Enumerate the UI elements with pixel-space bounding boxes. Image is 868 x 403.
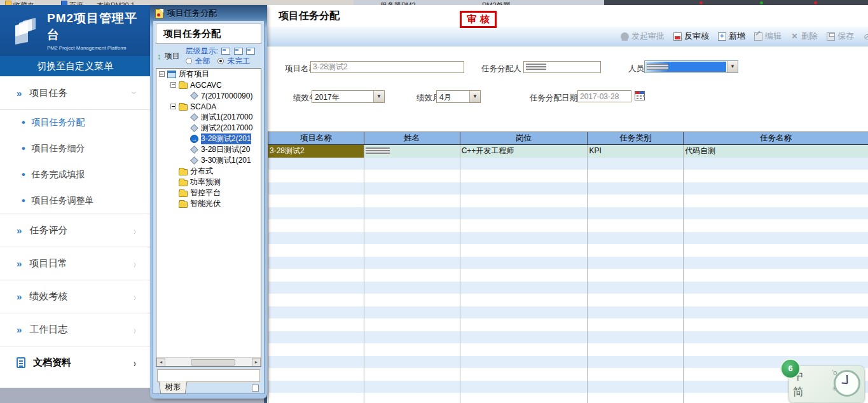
chevron-right-icon: ›	[134, 290, 136, 303]
assign-date-input[interactable]	[577, 90, 631, 102]
tree-item[interactable]: 测试2(2017000	[156, 123, 261, 133]
ime-badge[interactable]: 6	[780, 359, 801, 379]
sidebar-item-项目任务[interactable]: »项目任务›	[0, 76, 150, 109]
tab-tree-view[interactable]: 树形	[159, 381, 188, 393]
assigner-label: 任务分配人	[481, 64, 521, 74]
project-name-input[interactable]	[310, 61, 464, 73]
table-cell	[364, 356, 460, 369]
table-cell	[460, 356, 588, 369]
table-row-selected[interactable]: 3-28测试2C++开发工程师KPI代码自测	[268, 145, 868, 158]
bookmark-item[interactable]: 服务器PM2	[380, 1, 416, 5]
toolbar-button-反审核[interactable]: 反审核	[673, 31, 709, 42]
tree-item[interactable]: 智控平台	[156, 188, 261, 198]
table-row[interactable]	[268, 294, 868, 306]
table-row[interactable]	[268, 356, 868, 369]
tree-item[interactable]: →3-28测试2(201	[156, 133, 261, 144]
table-row[interactable]	[268, 282, 868, 294]
tree-item[interactable]: 智能光伏	[156, 198, 261, 209]
toolbar-button-编辑: 编辑	[754, 31, 782, 42]
scroll-thumb[interactable]	[191, 359, 235, 365]
tree-item[interactable]: 分布式	[156, 166, 261, 177]
level-view-icon-3[interactable]	[246, 48, 255, 55]
chevron-down-icon[interactable]: ▼	[727, 61, 738, 72]
calendar-icon[interactable]	[635, 91, 645, 100]
table-row[interactable]	[268, 170, 868, 182]
bookmark-item[interactable]: 百度	[61, 1, 83, 5]
double-chevron-icon: »	[17, 258, 22, 269]
tree-item[interactable]: SCADA	[156, 101, 261, 112]
bookmark-item[interactable]: PM2外网	[482, 1, 511, 5]
sidebar-item-任务评分[interactable]: »任务评分›	[0, 214, 150, 247]
table-cell	[588, 195, 684, 207]
table-cell	[684, 195, 868, 207]
table-row[interactable]	[268, 331, 868, 344]
column-header-项目名称[interactable]: 项目名称	[268, 132, 364, 144]
tree-item[interactable]: 功率预测	[156, 177, 261, 188]
table-row[interactable]	[268, 306, 868, 319]
table-cell	[588, 294, 684, 306]
bookmark-item[interactable]: 本地PM20.1	[97, 1, 135, 5]
table-row[interactable]	[268, 381, 868, 393]
ime-toolbar[interactable]: 6 中 ’o 简 ✳	[789, 365, 865, 403]
table-row[interactable]	[268, 393, 868, 403]
perf-month-select[interactable]: 4月 ▼	[436, 90, 481, 103]
scroll-left-arrow[interactable]: ◄	[156, 358, 165, 367]
table-cell	[588, 244, 684, 257]
sidebar-item-项目任务分配[interactable]: •项目任务分配	[0, 109, 150, 135]
table-cell	[268, 282, 364, 294]
tree-item[interactable]: 3-28日测试(20	[156, 144, 261, 155]
tree-item[interactable]: 所有项目	[156, 69, 261, 79]
table-row[interactable]	[268, 182, 868, 195]
column-header-姓名[interactable]: 姓名	[364, 132, 460, 144]
sidebar-item-文档资料[interactable]: 文档资料›	[0, 346, 150, 379]
bookmark-item[interactable]: 收藏夹	[5, 1, 34, 5]
sidebar-item-项目任务调整单[interactable]: •项目任务调整单	[0, 188, 150, 214]
sidebar-item-label: 文档资料	[33, 357, 134, 369]
tree-item[interactable]: 测试1(2017000	[156, 112, 261, 123]
column-header-任务名称[interactable]: 任务名称	[684, 132, 868, 144]
table-row[interactable]	[268, 219, 868, 232]
chevron-down-icon[interactable]: ▼	[469, 91, 480, 102]
tree-item[interactable]: AGCAVC	[156, 79, 261, 90]
column-header-任务类别[interactable]: 任务类别	[588, 132, 684, 144]
table-row[interactable]	[268, 207, 868, 220]
tree-item[interactable]: 7(2017000090)	[156, 90, 261, 101]
perf-year-select[interactable]: 2017年 ▼	[312, 90, 385, 103]
task-node-icon	[190, 92, 198, 100]
sidebar-item-工作日志[interactable]: »工作日志›	[0, 313, 150, 346]
column-header-岗位[interactable]: 岗位	[460, 132, 588, 144]
level-view-icon-2[interactable]	[234, 48, 243, 55]
ime-jian-label[interactable]: 简	[793, 385, 827, 399]
scroll-right-arrow[interactable]: ►	[252, 358, 261, 367]
sidebar-item-绩效考核[interactable]: »绩效考核›	[0, 280, 150, 313]
table-row[interactable]	[268, 318, 868, 331]
sidebar-item-项目日常[interactable]: »项目日常›	[0, 247, 150, 280]
collapse-icon[interactable]	[159, 71, 165, 77]
person-dropdown[interactable]: ▼	[644, 60, 738, 73]
tree-filter-input[interactable]	[157, 369, 260, 382]
switch-menu-button[interactable]: 切换至自定义菜单	[0, 56, 150, 76]
table-row[interactable]	[268, 257, 868, 270]
table-row[interactable]	[268, 158, 868, 170]
chevron-down-icon[interactable]: ▼	[373, 91, 384, 102]
collapse-icon[interactable]	[170, 104, 176, 109]
table-row[interactable]	[268, 232, 868, 245]
tree-window-tab[interactable]: 项目任务分配	[155, 8, 217, 19]
tree-item[interactable]: 3-30测试1(201	[156, 155, 261, 166]
table-row[interactable]	[268, 195, 868, 207]
level-view-icon-1[interactable]	[221, 48, 230, 55]
collapse-icon[interactable]	[170, 82, 176, 88]
sidebar-item-任务完成填报[interactable]: •任务完成填报	[0, 161, 150, 188]
tree-horizontal-scrollbar[interactable]: ◄ ►	[156, 357, 261, 366]
sidebar-item-项目任务细分[interactable]: •项目任务细分	[0, 135, 150, 161]
radio-all[interactable]	[186, 58, 192, 64]
radio-unfinished[interactable]	[217, 58, 224, 64]
refresh-icon[interactable]: ↕	[157, 51, 162, 61]
table-row[interactable]	[268, 343, 868, 356]
table-row[interactable]	[268, 244, 868, 257]
toolbar-button-新增[interactable]: 新增	[718, 31, 745, 42]
table-row[interactable]	[268, 269, 868, 282]
tree-checkbox[interactable]	[252, 385, 259, 392]
assigner-input[interactable]	[523, 61, 601, 73]
table-row[interactable]	[268, 368, 868, 381]
